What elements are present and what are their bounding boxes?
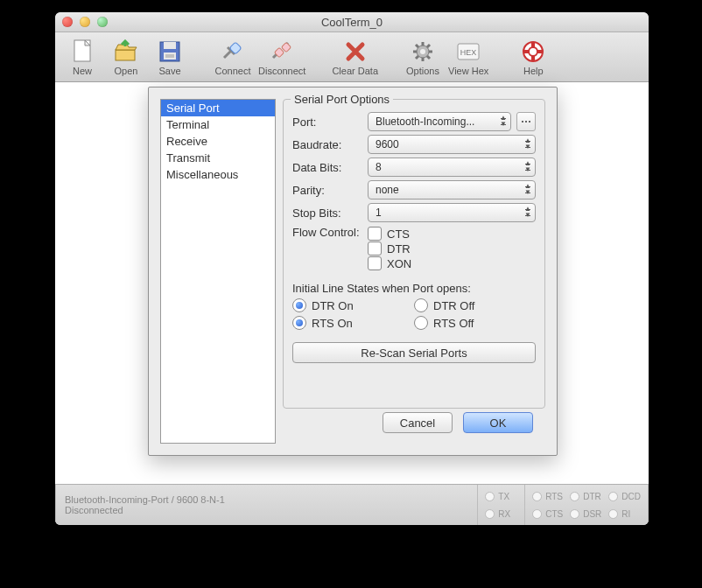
stopbits-label: Stop Bits: [292, 206, 368, 220]
category-item-miscellaneous[interactable]: Miscellaneous [161, 166, 275, 183]
svg-rect-30 [525, 121, 527, 122]
connect-icon [219, 38, 247, 66]
toolbar-new[interactable]: New [64, 38, 101, 76]
cancel-button[interactable]: Cancel [383, 412, 453, 433]
dtr-checkbox[interactable] [368, 242, 382, 256]
window-title: CoolTerm_0 [55, 16, 649, 29]
toolbar-label: View Hex [448, 66, 488, 76]
toolbar-view-hex[interactable]: HEX View Hex [448, 38, 488, 76]
new-file-icon [68, 38, 96, 66]
dcd-led-icon [608, 492, 618, 501]
rts-label: RTS [545, 492, 563, 501]
dtr-label: DTR [387, 242, 411, 256]
toolbar-label: Connect [215, 66, 251, 76]
rts-on-radio[interactable] [292, 316, 306, 330]
open-folder-icon [112, 38, 140, 66]
rx-label: RX [498, 509, 510, 519]
dtr-led-icon [570, 492, 579, 501]
options-sheet: Serial Port Terminal Receive Transmit Mi… [148, 87, 558, 456]
parity-label: Parity: [292, 184, 368, 197]
svg-rect-31 [529, 121, 530, 122]
port-label: Port: [292, 116, 368, 129]
toolbar-connect[interactable]: Connect [214, 38, 251, 76]
tx-led-icon [485, 492, 495, 501]
ri-label: RI [621, 509, 630, 519]
status-port-line: Bluetooth-Incoming-Port / 9600 8-N-1 [65, 494, 468, 505]
status-lines-panel: RTS DTR DCD CTS DSR RI [525, 485, 649, 525]
toolbar-help[interactable]: Help [515, 38, 551, 76]
tx-label: TX [498, 492, 509, 501]
port-select[interactable]: Bluetooth-Incoming...▲▼ [368, 112, 511, 131]
svg-line-20 [416, 56, 418, 59]
dtr-on-label: DTR On [312, 299, 354, 312]
content-area: Serial Port Terminal Receive Transmit Mi… [55, 82, 649, 484]
ok-button[interactable]: OK [463, 412, 533, 433]
svg-rect-5 [164, 52, 176, 60]
svg-line-19 [427, 45, 430, 47]
category-item-receive[interactable]: Receive [161, 133, 275, 150]
databits-select[interactable]: 8▲▼ [368, 158, 536, 177]
toolbar: New Open Save Connect Disconnect [55, 32, 649, 82]
svg-rect-4 [164, 42, 176, 49]
stopbits-select[interactable]: 1▲▼ [368, 203, 536, 222]
disconnect-icon [268, 38, 296, 66]
titlebar: CoolTerm_0 [55, 12, 649, 32]
serial-port-options-group: Serial Port Options Port: Bluetooth-Inco… [283, 99, 545, 409]
toolbar-options[interactable]: Options [404, 38, 441, 76]
toolbar-label: Options [406, 66, 439, 76]
app-window: CoolTerm_0 New Open Save Connect [55, 12, 649, 525]
rescan-button[interactable]: Re-Scan Serial Ports [292, 342, 536, 363]
rx-led-icon [485, 509, 495, 519]
toolbar-label: Help [523, 66, 544, 76]
dtr-status-label: DTR [583, 492, 601, 501]
xon-label: XON [387, 257, 411, 270]
toolbar-label: New [73, 66, 92, 76]
port-extra-button[interactable] [516, 112, 536, 131]
svg-line-18 [427, 56, 430, 59]
gear-icon [409, 38, 437, 66]
rts-on-label: RTS On [312, 317, 353, 330]
ellipsis-icon [522, 117, 530, 126]
category-item-transmit[interactable]: Transmit [161, 150, 275, 166]
dsr-led-icon [570, 509, 579, 519]
svg-rect-1 [116, 50, 135, 60]
cts-checkbox[interactable] [368, 227, 382, 241]
toolbar-label: Save [158, 66, 180, 76]
statusbar: Bluetooth-Incoming-Port / 9600 8-N-1 Dis… [55, 484, 649, 525]
svg-point-12 [420, 49, 425, 54]
status-info: Bluetooth-Incoming-Port / 9600 8-N-1 Dis… [55, 485, 478, 525]
dtr-off-radio[interactable] [414, 298, 428, 312]
category-list[interactable]: Serial Port Terminal Receive Transmit Mi… [160, 99, 276, 444]
help-icon [519, 38, 547, 66]
clear-icon [341, 38, 369, 66]
toolbar-open[interactable]: Open [108, 38, 144, 76]
rts-off-radio[interactable] [414, 316, 428, 330]
cts-led-icon [532, 509, 542, 519]
save-icon [156, 38, 184, 66]
parity-select[interactable]: none▲▼ [368, 180, 536, 200]
dtr-off-label: DTR Off [433, 299, 474, 312]
toolbar-save[interactable]: Save [151, 38, 188, 76]
status-txrx-panel: TX RX [478, 485, 525, 525]
baud-label: Baudrate: [292, 138, 368, 151]
toolbar-disconnect[interactable]: Disconnect [258, 38, 305, 76]
category-item-terminal[interactable]: Terminal [161, 116, 275, 133]
toolbar-clear-data[interactable]: Clear Data [332, 38, 378, 76]
status-connection-line: Disconnected [65, 505, 468, 515]
dsr-label: DSR [583, 509, 601, 519]
cts-label: CTS [387, 228, 410, 241]
baud-select[interactable]: 9600▲▼ [368, 135, 536, 154]
toolbar-label: Open [115, 66, 138, 76]
initial-states-label: Initial Line States when Port opens: [292, 282, 536, 295]
cts-status-label: CTS [545, 509, 563, 519]
category-item-serial-port[interactable]: Serial Port [161, 100, 275, 116]
ri-led-icon [608, 509, 618, 519]
flowcontrol-label: Flow Control: [292, 226, 368, 239]
svg-text:HEX: HEX [460, 48, 477, 57]
dtr-on-radio[interactable] [292, 298, 306, 312]
group-title: Serial Port Options [291, 93, 393, 106]
svg-line-17 [416, 45, 418, 47]
xon-checkbox[interactable] [368, 256, 382, 270]
hex-icon: HEX [454, 38, 482, 66]
rts-led-icon [532, 492, 542, 501]
